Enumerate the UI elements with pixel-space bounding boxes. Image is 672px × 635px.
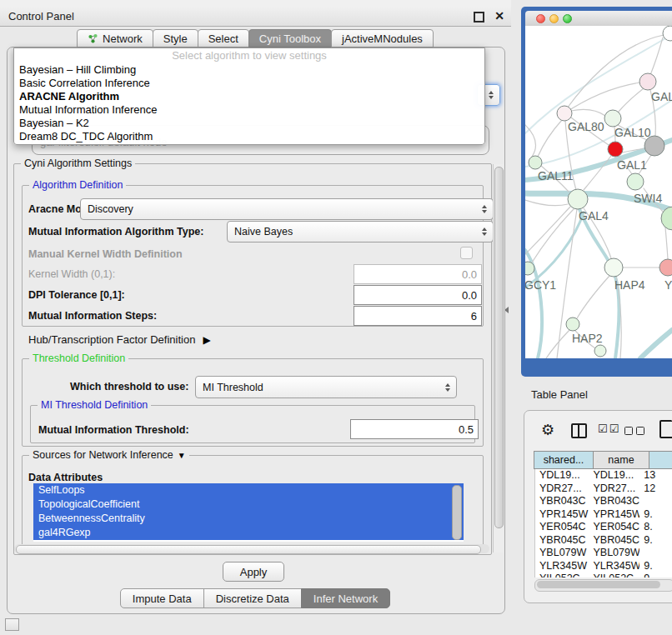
- dpi-tolerance-field[interactable]: 0.0: [354, 285, 482, 305]
- network-node-gray-node[interactable]: [644, 136, 664, 156]
- sources-frame-title[interactable]: Sources for Network Inference▼: [29, 449, 189, 461]
- network-node-GCY1[interactable]: [525, 262, 534, 275]
- data-attributes-list[interactable]: SelfLoopsTopologicalCoefficientBetweenne…: [33, 483, 464, 542]
- zoom-traffic-light[interactable]: [563, 14, 572, 23]
- network-node-GAL4[interactable]: [568, 189, 588, 209]
- hscrollbar-thumb[interactable]: [16, 545, 481, 554]
- network-node-HAP4[interactable]: [604, 258, 623, 277]
- network-window-titlebar[interactable]: [525, 11, 672, 27]
- gear-icon[interactable]: ⚙: [541, 421, 554, 439]
- network-node-GAL10[interactable]: [604, 110, 621, 127]
- table-row[interactable]: YER054CYER054C8.: [535, 521, 672, 534]
- network-node-GAL[interactable]: [639, 73, 656, 90]
- table-row[interactable]: YIL052CYIL052C9: [535, 572, 672, 578]
- mi-steps-field[interactable]: 6: [354, 306, 482, 326]
- network-icon: [88, 33, 98, 44]
- table-row[interactable]: YBL079WYBL079W: [535, 547, 672, 560]
- network-node-Y-node[interactable]: [659, 259, 672, 276]
- table-row[interactable]: YBR043CYBR043C: [535, 495, 672, 508]
- table-row[interactable]: YDR27...YDR27...12: [535, 482, 672, 496]
- network-edge: [525, 125, 536, 157]
- collapsed-panel-icon[interactable]: [5, 618, 19, 631]
- manual-kernel-checkbox[interactable]: [460, 247, 473, 259]
- algorithm-option[interactable]: Dream8 DC_TDC Algorithm: [14, 130, 484, 143]
- kernel-width-label: Kernel Width (0,1):: [28, 268, 115, 280]
- unchecked-box-icon[interactable]: [624, 427, 633, 435]
- table-cell: YBL079W: [589, 547, 639, 560]
- float-panel-icon[interactable]: [474, 12, 484, 22]
- close-traffic-light[interactable]: [536, 14, 545, 23]
- table-hscrollbar[interactable]: [534, 579, 672, 592]
- table-doc-icon[interactable]: [659, 420, 672, 438]
- algorithm-option[interactable]: Bayesian – Hill Climbing: [14, 63, 484, 77]
- vscrollbar-thumb[interactable]: [494, 167, 504, 528]
- table-column-header[interactable]: [649, 451, 672, 469]
- tab-discretize-data[interactable]: Discretize Data: [203, 588, 302, 608]
- network-node-GAL11[interactable]: [529, 156, 542, 169]
- algorithm-option[interactable]: ARACNE Algorithm: [14, 90, 484, 103]
- mi-steps-value: 6: [471, 310, 477, 322]
- tab-impute-data[interactable]: Impute Data: [120, 588, 204, 608]
- settings-hscrollbar[interactable]: [14, 544, 489, 553]
- spinner-icon: [482, 205, 487, 213]
- table-row[interactable]: YPR145WYPR145W9.: [535, 508, 672, 522]
- table-row[interactable]: YLR345WYLR345W9.: [535, 560, 672, 573]
- split-columns-icon[interactable]: [571, 423, 587, 438]
- tab-label: Select: [208, 32, 238, 45]
- network-node-GAL1[interactable]: [608, 142, 623, 157]
- mi-algorithm-type-combo[interactable]: Naive Bayes: [227, 221, 494, 242]
- network-node-SWI4[interactable]: [627, 173, 644, 190]
- tab-network[interactable]: Network: [77, 29, 153, 48]
- data-attribute-item[interactable]: SelfLoops: [33, 483, 464, 498]
- which-threshold-combo[interactable]: MI Threshold: [195, 376, 457, 398]
- network-node-label: GAL11: [538, 169, 574, 182]
- tab-select[interactable]: Select: [198, 29, 249, 48]
- table-body[interactable]: YDL19...YDL19...13YDR27...YDR27...12YBR0…: [534, 469, 672, 578]
- network-node-small-bottom[interactable]: [594, 345, 606, 357]
- table-column-header[interactable]: shared...: [534, 451, 594, 469]
- tab-jactivemnodules[interactable]: jActiveMNodules: [331, 29, 434, 48]
- table-panel-title: Table Panel: [531, 388, 588, 401]
- attr-list-scrollbar[interactable]: [452, 485, 462, 540]
- kernel-width-field[interactable]: 0.0: [354, 264, 482, 284]
- dpi-tolerance-value: 0.0: [462, 289, 477, 302]
- algorithm-option[interactable]: Basic Correlation Inference: [14, 77, 484, 90]
- network-canvas-svg: GALGAL80GAL10GAL1GAL11SWI4GAL4GCY1HAP4YH…: [525, 26, 672, 358]
- network-view-window: GALGAL80GAL10GAL1GAL11SWI4GAL4GCY1HAP4YH…: [521, 7, 672, 377]
- network-edge: [665, 228, 668, 259]
- tab-style[interactable]: Style: [153, 29, 198, 48]
- mi-threshold-field[interactable]: 0.5: [350, 419, 479, 439]
- expanded-triangle-icon: ▼: [178, 451, 186, 460]
- algorithm-option[interactable]: Bayesian – K2: [14, 117, 484, 130]
- algorithm-combo-placeholder: Select algorithm to view settings: [14, 48, 484, 63]
- table-cell: YER054C: [535, 521, 589, 534]
- aracne-mode-combo[interactable]: Discovery: [80, 198, 494, 220]
- data-attribute-item[interactable]: BetweennessCentrality: [33, 512, 464, 526]
- close-icon[interactable]: ✕: [494, 9, 504, 22]
- table-column-header[interactable]: name: [593, 451, 649, 469]
- settings-vscrollbar[interactable]: [493, 164, 504, 552]
- table-row[interactable]: YBR045CYBR045C9.: [535, 534, 672, 548]
- collapsed-triangle-icon: ▶: [203, 334, 210, 346]
- table-cell: 13: [639, 469, 672, 482]
- network-node-HAP2[interactable]: [566, 318, 579, 331]
- checked-boxes-icon[interactable]: ☑☑: [598, 422, 620, 435]
- data-attribute-item[interactable]: TopologicalCoefficient: [33, 498, 464, 512]
- table-cell: YPR145W: [589, 508, 639, 522]
- tab-infer-network[interactable]: Infer Network: [301, 588, 390, 608]
- network-node-label: HAP2: [572, 332, 603, 345]
- mi-algorithm-type-label: Mutual Information Algorithm Type:: [28, 226, 203, 238]
- tab-cyni-toolbox[interactable]: Cyni Toolbox: [248, 29, 332, 48]
- network-node-label: GAL1: [617, 158, 647, 172]
- table-hscrollbar-thumb[interactable]: [537, 581, 660, 588]
- apply-button[interactable]: Apply: [223, 562, 284, 582]
- network-canvas[interactable]: GALGAL80GAL10GAL1GAL11SWI4GAL4GCY1HAP4YH…: [525, 26, 672, 358]
- network-node-GAL80[interactable]: [557, 106, 572, 121]
- minimize-traffic-light[interactable]: [549, 14, 559, 23]
- network-node-big-green[interactable]: [661, 207, 672, 230]
- algorithm-option[interactable]: Mutual Information Inference: [14, 103, 484, 117]
- table-row[interactable]: YDL19...YDL19...13: [535, 469, 672, 482]
- unchecked-box-icon[interactable]: [636, 427, 644, 435]
- hub-section-toggle[interactable]: Hub/Transcription Factor Definition▶: [28, 333, 211, 346]
- data-attribute-item[interactable]: gal4RGexp: [33, 526, 464, 540]
